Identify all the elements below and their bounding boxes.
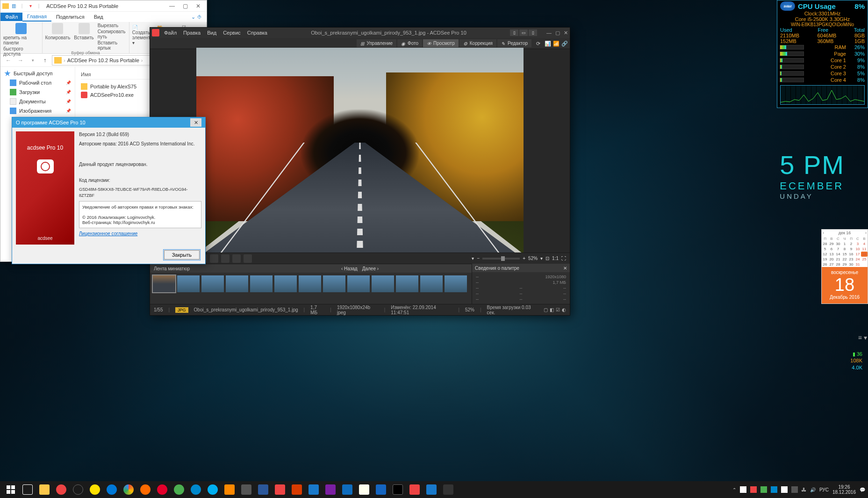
thumbnail[interactable] (177, 275, 200, 292)
taskbar-app[interactable] (36, 483, 52, 497)
cal-next-button[interactable]: › (865, 231, 867, 235)
app-menu-icon[interactable]: ≡▾ (858, 334, 867, 341)
nav-pictures[interactable]: Изображения📌 (0, 106, 75, 115)
tab-correct[interactable]: ⚙Коррекция (459, 39, 496, 47)
taskbar-app[interactable] (238, 483, 254, 497)
tray-icon[interactable] (791, 486, 798, 493)
tab-view[interactable]: 👁Просмотр (423, 39, 459, 47)
thumbnail[interactable] (226, 275, 248, 292)
strip-back-button[interactable]: ‹ Назад (341, 266, 358, 271)
cal-day[interactable]: 3 (854, 241, 861, 246)
taskbar-app[interactable] (339, 483, 355, 497)
thumbnail[interactable] (445, 275, 467, 292)
tab-manage[interactable]: ⊞Управление (357, 39, 397, 47)
cal-day[interactable]: 9 (848, 246, 854, 252)
paste-shortcut-button[interactable]: Вставить ярлык (98, 40, 126, 51)
taskbar-app[interactable] (137, 483, 153, 497)
maximize-button[interactable]: ▢ (179, 1, 192, 11)
cal-day[interactable]: 30 (835, 241, 841, 246)
taskbar-app[interactable] (272, 483, 288, 497)
zoom-dropdown[interactable]: ▾ (540, 256, 543, 261)
thumbnail[interactable] (323, 275, 345, 292)
nav-history-button[interactable]: ▾ (28, 55, 38, 65)
menu-view[interactable]: Вид (207, 30, 216, 36)
cal-day[interactable]: 7 (835, 246, 841, 252)
cal-day[interactable]: 2 (848, 241, 854, 246)
paste-button[interactable]: Вставить (74, 23, 93, 51)
taskbar-app[interactable] (289, 483, 305, 497)
cal-day[interactable]: 4 (861, 241, 868, 246)
layout3-button[interactable]: ▯ (529, 29, 537, 36)
sync-icon[interactable]: ⟳ (536, 41, 542, 46)
cal-day[interactable] (861, 262, 868, 267)
thumbnail[interactable] (250, 275, 273, 292)
taskbar-app[interactable] (121, 483, 136, 497)
maximize-button[interactable]: ▢ (555, 30, 560, 36)
tab-photo[interactable]: ◉Фото (397, 39, 422, 47)
zoom-out-button[interactable]: ▾ (472, 256, 474, 261)
fullscreen-button[interactable]: ⛶ (561, 256, 566, 261)
taskbar-app[interactable] (423, 483, 439, 497)
taskbar-app[interactable] (154, 483, 170, 497)
notice-box[interactable]: Уведомление об авторских правах и торгов… (79, 201, 201, 228)
menu-file[interactable]: Файл (164, 30, 177, 36)
layout1-button[interactable]: ▯ (510, 29, 518, 36)
status-icon[interactable]: ◧ (550, 307, 554, 312)
cal-day[interactable]: 28 (822, 241, 828, 246)
about-close-button[interactable]: ✕ (190, 118, 201, 127)
tab-home[interactable]: Главная (22, 12, 51, 22)
qat-dropdown-icon[interactable]: ▾ (27, 2, 34, 10)
menu-help[interactable]: Справка (247, 30, 267, 36)
actual-size-button[interactable]: 1:1 (552, 256, 559, 261)
cal-day[interactable]: 17 (854, 252, 861, 257)
new-item-button[interactable]: 📄 Создать элемент ▾ (132, 25, 151, 45)
task-view-button[interactable] (20, 483, 36, 497)
cal-day[interactable]: 21 (835, 257, 841, 262)
pin-quickaccess-button[interactable]: крепить на панели быстрого доступа (3, 23, 39, 57)
taskbar-app[interactable] (53, 483, 69, 497)
tab-file[interactable]: Файл (0, 13, 22, 21)
cal-day[interactable]: 23 (848, 257, 854, 262)
tray-clock[interactable]: 19:26 18.12.2016 (832, 484, 856, 495)
image-viewport[interactable] (150, 49, 570, 253)
cal-day[interactable]: 18 (861, 252, 868, 257)
taskbar-app[interactable] (323, 483, 338, 497)
cal-day[interactable]: 30 (848, 262, 854, 267)
status-icon[interactable]: ▢ (544, 307, 548, 312)
nav-up-button[interactable]: ↑ (40, 55, 50, 65)
nav-back-button[interactable]: ← (3, 55, 14, 65)
cal-day[interactable]: 29 (841, 262, 848, 267)
cal-day[interactable]: 12 (822, 252, 828, 257)
tray-network-icon[interactable]: 🖧 (802, 487, 806, 492)
taskbar-app[interactable] (87, 483, 103, 497)
taskbar-app[interactable] (255, 483, 271, 497)
tab-editor[interactable]: ✎Редактор (497, 39, 531, 47)
explorer-titlebar[interactable]: ▥ | ▾ | ACDSee Pro 10.2 Rus Portable — ▢… (0, 0, 207, 12)
thumbnail[interactable] (372, 275, 394, 292)
tray-icon[interactable] (750, 486, 757, 493)
taskbar-app[interactable] (390, 483, 406, 497)
cal-prev-button[interactable]: ‹ (823, 231, 824, 235)
minimize-button[interactable]: — (546, 30, 552, 36)
taskbar-app[interactable] (306, 483, 322, 497)
signal-icon[interactable]: 📶 (553, 41, 559, 46)
status-icon[interactable]: ◐ (562, 307, 566, 312)
cal-day[interactable]: 31 (854, 262, 861, 267)
tray-up-icon[interactable]: ⌃ (732, 487, 736, 492)
license-agreement-link[interactable]: Лицензионное соглашение (79, 231, 201, 236)
taskbar-app[interactable] (407, 483, 423, 497)
thumbnail[interactable] (396, 275, 418, 292)
thumbnail[interactable] (153, 275, 175, 292)
close-button[interactable]: ✕ (564, 30, 568, 36)
cal-day[interactable]: 6 (828, 246, 835, 252)
cal-day[interactable]: 5 (822, 246, 828, 252)
cal-day[interactable]: 26 (822, 262, 828, 267)
taskbar-app[interactable] (373, 483, 389, 497)
taskbar-app[interactable] (70, 483, 86, 497)
close-button[interactable]: Закрыть (164, 250, 200, 260)
cal-day[interactable]: 25 (861, 257, 868, 262)
nav-documents[interactable]: Документы📌 (0, 97, 75, 106)
about-titlebar[interactable]: О программе ACDSee Pro 10 ✕ (12, 117, 205, 128)
layout2-button[interactable]: ▭ (519, 29, 528, 36)
tool-button[interactable] (221, 254, 230, 263)
